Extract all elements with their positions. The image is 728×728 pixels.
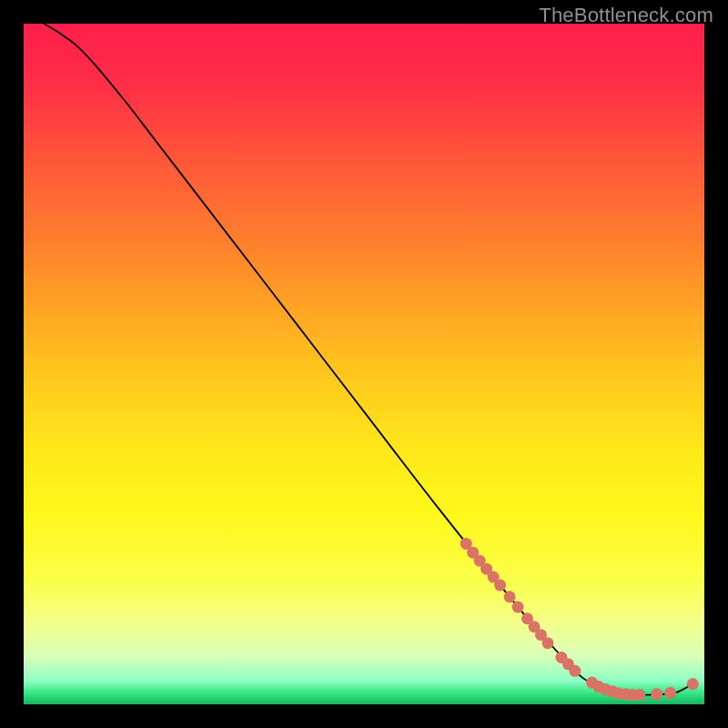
plot-area xyxy=(24,24,704,704)
hotspot-point xyxy=(512,602,524,613)
hotspot-point xyxy=(494,580,506,592)
hotspot-point xyxy=(541,637,553,649)
hotspot-point xyxy=(633,689,645,701)
chart-background xyxy=(24,24,704,704)
hotspot-point xyxy=(504,591,516,602)
attribution-text: TheBottleneck.com xyxy=(539,4,713,27)
hotspot-point xyxy=(569,665,581,677)
hotspot-point xyxy=(664,687,676,699)
hotspot-point xyxy=(687,678,699,690)
chart-svg xyxy=(24,24,704,704)
hotspot-point xyxy=(651,688,662,700)
